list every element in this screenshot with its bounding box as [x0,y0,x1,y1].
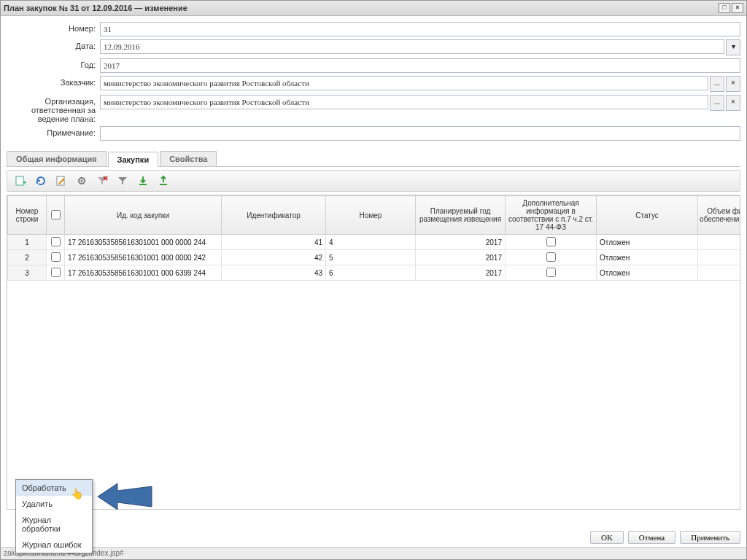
cell-idcode: 17 26163053585616301001 000 0000 244 [65,235,222,250]
cell-number: 4 [326,235,416,250]
context-menu: Обработать Удалить Журнал обработки Журн… [15,479,93,553]
cell-status: Отложен [597,250,698,265]
maximize-button[interactable]: □ [719,3,730,13]
cell-number: 5 [326,250,416,265]
table-row[interactable]: 317 26163053585616301001 000 6399 244436… [8,265,741,281]
org-input[interactable] [100,95,708,109]
cell-rownum: 1 [8,235,47,250]
label-org: Организация, ответственная за ведение пл… [7,95,100,123]
svg-point-4 [81,180,83,182]
tab-strip: Общая информация Закупки Свойства [7,151,740,167]
cell-year: 2017 [416,265,506,281]
cell-ident: 41 [222,235,326,250]
tab-props[interactable]: Свойства [160,151,217,166]
label-year: Год: [7,58,100,69]
year-input[interactable] [100,58,740,73]
col-volume[interactable]: Объем фина обеспечения: год [698,196,741,235]
label-date: Дата: [7,39,100,50]
filter-clear-icon[interactable] [95,174,109,188]
customer-input[interactable] [100,76,708,90]
calendar-icon[interactable]: ▾ [726,39,740,55]
col-ident[interactable]: Идентификатор [222,196,326,235]
cell-ident: 42 [222,250,326,265]
cell-volume [698,250,741,265]
row-checkbox[interactable] [51,268,61,277]
export-up-icon[interactable] [156,174,171,188]
extra-checkbox[interactable] [546,268,556,277]
apply-button[interactable]: Применить [680,531,740,544]
row-checkbox[interactable] [51,237,61,246]
cell-ident: 43 [222,265,326,281]
number-input[interactable] [100,22,740,36]
menu-delete[interactable]: Удалить [16,496,92,512]
menu-process[interactable]: Обработать [16,480,92,496]
col-idcode[interactable]: Ид. код закупки [65,196,222,235]
svg-rect-6 [160,184,167,185]
status-bar: zakupki.donland.ru:443/gz/index.jsp# [1,547,746,559]
org-clear-button[interactable]: × [726,95,740,111]
table-row[interactable]: 217 26163053585616301001 000 0000 242425… [8,250,741,265]
cell-volume [698,235,741,250]
customer-lookup-button[interactable]: ... [710,76,724,92]
svg-text:+: + [23,179,26,187]
svg-rect-5 [139,184,147,185]
filter-icon[interactable] [115,174,130,188]
titlebar: План закупок № 31 от 12.09.2016 — измене… [1,1,746,16]
export-down-icon[interactable] [136,174,150,188]
col-checkbox[interactable] [47,196,65,235]
col-year[interactable]: Планируемый год размещения извещения [416,196,506,235]
col-extra[interactable]: Дополнительная информация в соответствии… [506,196,597,235]
ok-button[interactable]: OK [590,531,624,544]
svg-marker-7 [98,483,152,510]
extra-checkbox[interactable] [546,252,556,262]
cancel-button[interactable]: Отмена [628,531,676,544]
select-all-checkbox[interactable] [51,210,61,219]
row-checkbox[interactable] [51,252,61,262]
cell-checkbox[interactable] [47,235,65,250]
col-rownum[interactable]: Номер строки [8,196,47,235]
annotation-arrow-icon [92,475,158,518]
label-number: Номер: [7,22,100,33]
label-note: Примечание: [7,126,100,137]
form-panel: Номер: Дата: ▾ Год: Заказчик: ... × Орга… [1,16,746,147]
extra-checkbox[interactable] [546,237,556,246]
add-icon[interactable]: + [13,174,28,188]
close-button[interactable]: × [732,3,743,13]
cell-volume [698,265,741,281]
cell-status: Отложен [597,265,698,281]
cell-status: Отложен [597,235,698,250]
tab-general[interactable]: Общая информация [7,151,107,166]
cell-checkbox[interactable] [47,250,65,265]
tab-purchases[interactable]: Закупки [108,152,159,167]
dialog-footer: OK Отмена Применить [1,529,746,546]
edit-icon[interactable] [54,174,69,188]
cell-extra[interactable] [506,265,597,281]
cell-year: 2017 [416,250,506,265]
date-input[interactable] [100,39,724,54]
cell-year: 2017 [416,235,506,250]
label-customer: Заказчик: [7,76,100,87]
cell-idcode: 17 26163053585616301001 000 0000 242 [65,250,222,265]
cell-rownum: 2 [8,250,47,265]
main-window: План закупок № 31 от 12.09.2016 — измене… [0,0,747,560]
grid-toolbar: + [7,170,740,192]
menu-log-process[interactable]: Журнал обработки [16,512,92,537]
note-input[interactable] [100,126,740,141]
table-row[interactable]: 117 26163053585616301001 000 0000 244414… [8,235,741,250]
col-number[interactable]: Номер [326,196,416,235]
cell-checkbox[interactable] [47,265,65,281]
cell-idcode: 17 26163053585616301001 000 6399 244 [65,265,222,281]
cell-extra[interactable] [506,250,597,265]
svg-rect-2 [57,176,64,185]
cell-rownum: 3 [8,265,47,281]
customer-clear-button[interactable]: × [726,76,740,92]
col-status[interactable]: Статус [597,196,698,235]
grid: Номер строки Ид. код закупки Идентификат… [7,195,740,510]
gear-icon[interactable] [74,174,89,188]
refresh-icon[interactable] [34,174,48,188]
window-title: План закупок № 31 от 12.09.2016 — измене… [4,4,187,12]
org-lookup-button[interactable]: ... [710,95,724,111]
cell-extra[interactable] [506,235,597,250]
cell-number: 6 [326,265,416,281]
menu-log-errors[interactable]: Журнал ошибок [16,537,92,553]
